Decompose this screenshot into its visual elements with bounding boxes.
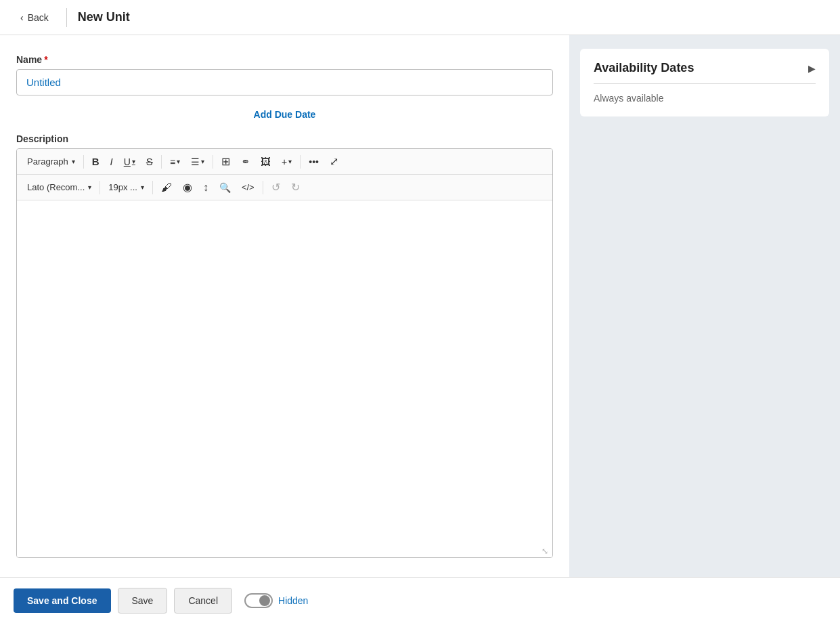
sep3 — [213, 155, 213, 169]
name-label: Name* — [16, 54, 553, 65]
list-chevron-icon: ▾ — [201, 158, 204, 165]
toolbar-row-1: Paragraph ▾ B I U▾ S ≡▾ ☰▾ ⊞ ⚭ 🖼 +▾ — [17, 149, 552, 175]
underline-button[interactable]: U▾ — [119, 153, 140, 171]
availability-expand-button[interactable]: ▶ — [808, 63, 816, 74]
overflow-button[interactable]: ••• — [304, 153, 324, 171]
resize-handle: ⤡ — [541, 546, 550, 555]
save-button[interactable]: Save — [118, 588, 168, 614]
save-close-button[interactable]: Save and Close — [14, 588, 111, 613]
toggle-track — [244, 593, 273, 608]
header-divider — [66, 8, 67, 27]
image-button[interactable]: 🖼 — [256, 152, 275, 171]
description-container: Description Paragraph ▾ B I U▾ S ≡▾ ☰▾ — [16, 133, 553, 558]
find-replace-button[interactable]: 🔍 — [215, 179, 236, 196]
toolbar-row-2: Lato (Recom... ▾ 19px ... ▾ 🖌 ◉ ↕ 🔍 </> — [17, 175, 552, 200]
toggle-label: Hidden — [278, 595, 308, 606]
sep7 — [263, 181, 263, 194]
align-button[interactable]: ≡▾ — [165, 153, 185, 171]
fullscreen-button[interactable]: ⤢ — [325, 152, 343, 171]
size-chevron-icon: ▾ — [141, 184, 144, 191]
plus-chevron-icon: ▾ — [288, 158, 292, 165]
always-available-label: Always available — [594, 93, 664, 104]
link-button[interactable]: ⚭ — [236, 152, 255, 171]
highlight-button[interactable]: ◉ — [178, 177, 197, 197]
table-button[interactable]: ⊞ — [217, 152, 235, 171]
sep2 — [161, 155, 162, 169]
strikethrough-button[interactable]: S — [141, 152, 158, 171]
left-panel: Name* Add Due Date Description Paragraph… — [0, 35, 569, 577]
paragraph-chevron-icon: ▾ — [72, 158, 75, 165]
redo-button[interactable]: ↻ — [286, 177, 305, 197]
code-button[interactable]: </> — [237, 179, 259, 196]
back-chevron-icon: ‹ — [20, 12, 24, 23]
description-label: Description — [16, 133, 553, 144]
main-content: Name* Add Due Date Description Paragraph… — [0, 35, 840, 577]
add-due-date-button[interactable]: Add Due Date — [16, 106, 553, 123]
name-field-container: Name* — [16, 54, 553, 95]
font-dropdown[interactable]: Lato (Recom... ▾ — [22, 179, 96, 196]
italic-button[interactable]: I — [106, 152, 118, 171]
sep4 — [300, 155, 301, 169]
paragraph-dropdown[interactable]: Paragraph ▾ — [22, 153, 80, 170]
availability-title: Availability Dates — [594, 61, 694, 75]
sep6 — [152, 181, 153, 194]
underline-chevron-icon: ▾ — [132, 158, 135, 165]
line-height-button[interactable]: ↕ — [198, 178, 213, 197]
list-button[interactable]: ☰▾ — [186, 153, 209, 171]
toggle-thumb — [259, 595, 270, 606]
size-dropdown[interactable]: 19px ... ▾ — [104, 179, 149, 196]
editor-container: Paragraph ▾ B I U▾ S ≡▾ ☰▾ ⊞ ⚭ 🖼 +▾ — [16, 148, 553, 558]
footer: Save and Close Save Cancel Hidden — [0, 577, 840, 623]
back-button[interactable]: ‹ Back — [14, 8, 56, 27]
right-panel: Availability Dates ▶ Always available — [569, 35, 840, 577]
undo-button[interactable]: ↺ — [267, 177, 285, 197]
availability-card: Availability Dates ▶ Always available — [580, 49, 829, 116]
align-chevron-icon: ▾ — [177, 158, 180, 165]
back-label: Back — [28, 12, 49, 23]
cancel-button[interactable]: Cancel — [174, 588, 232, 614]
font-chevron-icon: ▾ — [88, 184, 91, 191]
name-input[interactable] — [16, 69, 553, 95]
editor-body[interactable]: ⤡ — [17, 200, 552, 557]
bold-button[interactable]: B — [87, 152, 104, 171]
availability-card-header: Availability Dates ▶ — [594, 61, 816, 75]
sep5 — [100, 181, 100, 194]
sep1 — [83, 155, 84, 169]
page-title: New Unit — [78, 10, 130, 24]
hidden-toggle[interactable]: Hidden — [244, 593, 308, 608]
availability-divider — [594, 83, 816, 84]
plus-button[interactable]: +▾ — [277, 153, 296, 171]
header: ‹ Back New Unit — [0, 0, 840, 35]
paint-format-button[interactable]: 🖌 — [156, 178, 177, 197]
